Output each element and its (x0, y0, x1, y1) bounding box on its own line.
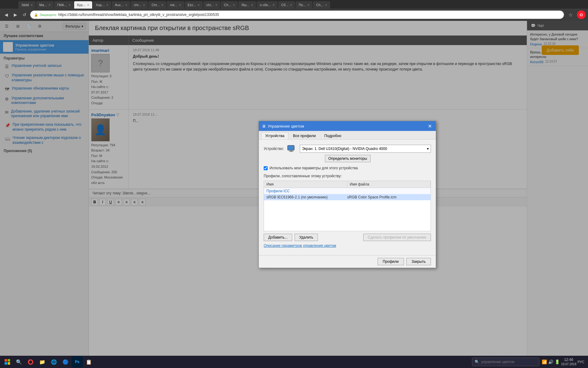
lock-icon: 🔒 (34, 13, 38, 17)
color-settings-link[interactable]: Описание параметров управления цветом (264, 243, 336, 248)
identify-monitors-button[interactable]: Определить мониторы (325, 155, 371, 162)
browser-tabs: 3ddd × Ma... × ГМА... × Кур... × Хар... … (0, 0, 588, 9)
taskbar-tray: 📶 🔊 🔋 12:46 19.07.2018 РУС (539, 358, 587, 366)
taskbar-search-icon-2: 🔍 (475, 360, 479, 364)
clock-time: 12:46 (561, 358, 576, 362)
secure-label: Защищено (40, 13, 56, 17)
address-bar[interactable]: 🔒 Защищено https://3ddd.ru/forum/thread/… (30, 10, 564, 19)
checkbox-label: Использовать мои параметры для этого уст… (270, 166, 358, 170)
svg-rect-2 (289, 151, 293, 152)
taskbar-search-icon[interactable]: 🔍 (13, 356, 24, 367)
device-label: Устройство: (264, 147, 284, 151)
tab-1[interactable]: 3ddd × (18, 1, 36, 9)
dialog-title-text: Управление цветом (268, 124, 304, 128)
tab-10[interactable]: Eici... × (185, 1, 203, 9)
tab-13[interactable]: Яш... × (238, 1, 256, 9)
monitor-thumbnail (287, 144, 296, 153)
tray-time: 12:46 19.07.2018 (561, 358, 576, 366)
battery-icon[interactable]: 🔋 (555, 359, 560, 364)
tab-5[interactable]: Хар... × (93, 1, 111, 9)
dialog-footer: Профили Закрыть (259, 255, 436, 268)
taskbar-explorer-icon[interactable]: 📁 (37, 356, 48, 367)
tab-11[interactable]: chr... × (203, 1, 221, 9)
browser-toolbar: ◀ ▶ ↺ 🔒 Защищено https://3ddd.ru/forum/t… (0, 9, 588, 21)
taskbar: 🔍 ⭕ 📁 🌐 🔵 Ps 📋 🔍 📶 🔊 🔋 12:46 19.07.2018 … (0, 356, 588, 368)
forward-button[interactable]: ▶ (12, 11, 19, 18)
svg-rect-0 (288, 145, 294, 150)
tab-9[interactable]: mir... × (167, 1, 184, 9)
taskbar-photoshop-icon[interactable]: Ps (72, 356, 83, 367)
svg-rect-3 (5, 359, 7, 362)
back-button[interactable]: ◀ (2, 11, 10, 18)
taskbar-chrome-icon[interactable]: 🔵 (60, 356, 71, 367)
svg-rect-4 (8, 359, 10, 362)
profiles-section-label: Профили, сопоставленные этому устройству… (264, 174, 431, 178)
device-select[interactable]: Экран: 1. Dell U2410(Digital) - NVIDIA Q… (300, 145, 431, 153)
tab-2[interactable]: Ma... × (36, 1, 53, 9)
tab-14[interactable]: о сбе... × (257, 1, 277, 9)
taskbar-edge-icon[interactable]: 🌐 (48, 356, 59, 367)
clock-date: 19.07.2018 (561, 362, 576, 366)
taskbar-cortana-icon[interactable]: ⭕ (25, 356, 36, 367)
lang-indicator: РУС (578, 360, 584, 364)
dialog-titlebar: 🖥 Управление цветом ✕ (259, 121, 436, 131)
dialog-body: Устройство: Экран: 1. Dell U2410(Digital… (259, 140, 436, 255)
dialog-tab-details[interactable]: Подробно (320, 132, 345, 139)
dialog-tab-devices[interactable]: Устройства (261, 132, 288, 139)
bookmark-icon[interactable]: ☆ (568, 12, 573, 18)
taskbar-app-icon[interactable]: 📋 (83, 356, 94, 367)
col-filename-header: Имя файла (347, 181, 431, 188)
tab-4-active[interactable]: Кур... × (74, 1, 92, 9)
monitor-btn-row: Определить мониторы (325, 155, 431, 162)
dialog-overlay: 🖥 Управление цветом ✕ Устройства Все про… (0, 21, 588, 368)
url-text: https://3ddd.ru/forum/thread/show/blekla… (58, 13, 219, 17)
remove-profile-button[interactable]: Удалить (295, 234, 318, 241)
profiles-table: Имя Имя файла Профили ICC sRGB IEC61966-… (264, 181, 431, 231)
tab-7[interactable]: chr... × (131, 1, 148, 9)
profile-filename: sRGB Color Space Profile.icm (347, 195, 428, 199)
taskbar-search-input[interactable] (481, 360, 537, 364)
profiles-table-header: Имя Имя файла (264, 181, 431, 188)
tab-12[interactable]: Ch... × (221, 1, 238, 9)
svg-rect-6 (8, 362, 10, 365)
reload-button[interactable]: ↺ (21, 11, 28, 18)
taskbar-items: 🔍 ⭕ 📁 🌐 🔵 Ps 📋 (13, 356, 471, 367)
profile-name: sRGB IEC61966-2.1 (по умолчанию) (266, 195, 347, 199)
svg-rect-1 (290, 150, 292, 151)
tab-6[interactable]: Auc... × (112, 1, 130, 9)
dialog-title-icon: 🖥 (262, 124, 266, 128)
browser-chrome: 3ddd × Ma... × ГМА... × Кур... × Хар... … (0, 0, 588, 21)
svg-rect-5 (5, 362, 7, 365)
profiles-button[interactable]: Профили (378, 258, 404, 265)
dialog-bottom-buttons: Добавить... Удалить Сделать профилем по … (264, 231, 431, 242)
tab-8[interactable]: Chr... × (149, 1, 166, 9)
network-icon[interactable]: 📶 (542, 359, 547, 364)
tab-3[interactable]: ГМА... × (54, 1, 74, 9)
taskbar-search-bar[interactable]: 🔍 (472, 358, 539, 366)
profiles-group-icc: Профили ICC (264, 188, 431, 194)
tab-17[interactable]: Ch... × (313, 1, 330, 9)
set-default-button[interactable]: Сделать профилем по умолчанию (363, 234, 431, 241)
col-name-header: Имя (264, 181, 347, 188)
checkbox-row: Использовать мои параметры для этого уст… (264, 166, 431, 170)
profiles-empty-area (264, 200, 431, 231)
color-management-dialog: 🖥 Управление цветом ✕ Устройства Все про… (258, 121, 436, 268)
dialog-tabs: Устройства Все профили Подробно (259, 131, 436, 140)
dialog-tab-all-profiles[interactable]: Все профили (289, 132, 320, 139)
start-button[interactable] (1, 356, 13, 367)
select-arrow-icon: ▾ (427, 147, 429, 151)
tab-16[interactable]: По... × (296, 1, 312, 9)
profile-row-srgb[interactable]: sRGB IEC61966-2.1 (по умолчанию) sRGB Co… (264, 194, 431, 200)
opera-icon[interactable]: O (577, 10, 586, 19)
use-my-settings-checkbox[interactable] (264, 166, 268, 170)
close-button[interactable]: Закрыть (406, 258, 431, 265)
tab-15[interactable]: Сб... × (278, 1, 295, 9)
add-profile-button[interactable]: Добавить... (264, 234, 292, 241)
dialog-close-button[interactable]: ✕ (427, 123, 433, 129)
device-row: Устройство: Экран: 1. Dell U2410(Digital… (264, 144, 431, 153)
volume-icon[interactable]: 🔊 (548, 359, 553, 364)
